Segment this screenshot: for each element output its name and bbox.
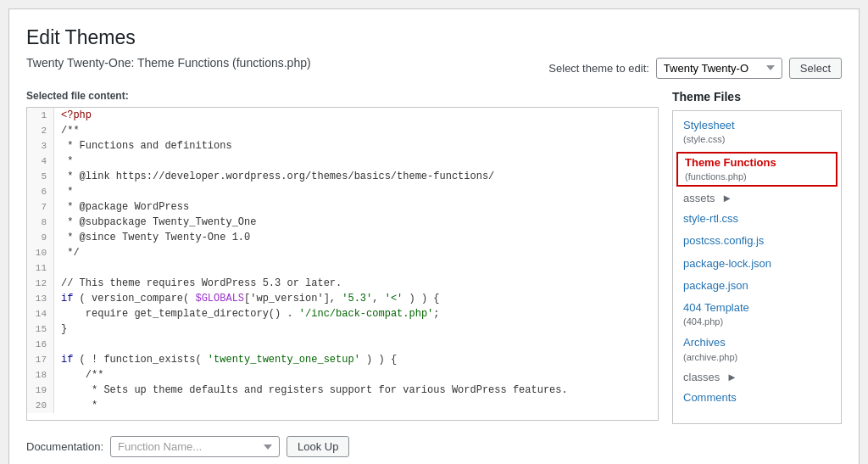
table-row: 5 * @link https://developer.wordpress.or… <box>27 169 658 184</box>
bottom-bar: Documentation: Function Name... Look Up <box>26 436 842 457</box>
sidebar-item-classes-folder[interactable]: classes ► <box>673 367 841 387</box>
sidebar-item-404-template[interactable]: 404 Template (404.php) <box>673 297 841 333</box>
code-editor[interactable]: 1 <?php 2 /** 3 * Functions and definiti… <box>26 107 659 421</box>
table-row: 9 * @since Twenty Twenty-One 1.0 <box>27 230 658 245</box>
table-row: 16 <box>27 337 658 352</box>
table-row: 11 <box>27 260 658 276</box>
sidebar-item-assets-folder[interactable]: assets ► <box>673 188 841 208</box>
page-subtitle: Twenty Twenty-One: Theme Functions (func… <box>26 56 311 70</box>
editor-section: Selected file content: 1 <?php 2 /** <box>26 90 659 421</box>
table-row: 17 if ( ! function_exists( 'twenty_twent… <box>27 352 658 367</box>
sidebar-item-package-lock[interactable]: package-lock.json <box>673 253 841 275</box>
sidebar-item-theme-functions[interactable]: Theme Functions (functions.php) <box>676 152 837 187</box>
code-lines: 1 <?php 2 /** 3 * Functions and definiti… <box>27 108 658 413</box>
sidebar-item-archives[interactable]: Archives (archive.php) <box>673 332 841 367</box>
sidebar-title: Theme Files <box>672 90 842 103</box>
selected-file-label: Selected file content: <box>26 90 659 102</box>
table-row: 7 * @package WordPress <box>27 199 658 215</box>
documentation-label: Documentation: <box>26 440 103 453</box>
theme-select-dropdown[interactable]: Twenty Twenty-O Twenty Twenty-One Twenty… <box>656 58 782 79</box>
sidebar-item-postcss[interactable]: postcss.config.js <box>673 230 841 252</box>
table-row: 1 <?php <box>27 108 658 123</box>
table-row: 19 * Sets up theme defaults and register… <box>27 383 658 398</box>
lookup-button[interactable]: Look Up <box>287 436 349 457</box>
folder-arrow-icon: ► <box>726 371 737 383</box>
sidebar-item-comments[interactable]: Comments <box>673 387 841 409</box>
table-row: 12 // This theme requires WordPress 5.3 … <box>27 276 658 291</box>
table-row: 14 require get_template_directory() . '/… <box>27 306 658 321</box>
table-row: 13 if ( version_compare( $GLOBALS['wp_ve… <box>27 291 658 306</box>
table-row: 4 * <box>27 154 658 169</box>
table-row: 2 /** <box>27 123 658 138</box>
sidebar-item-package-json[interactable]: package.json <box>673 275 841 297</box>
table-row: 8 * @subpackage Twenty_Twenty_One <box>27 215 658 230</box>
table-row: 18 /** <box>27 367 658 383</box>
sidebar-item-style-rtl[interactable]: style-rtl.css <box>673 208 841 230</box>
table-row: 20 * <box>27 398 658 413</box>
table-row: 10 */ <box>27 245 658 260</box>
sidebar-item-stylesheet[interactable]: Stylesheet (style.css) <box>673 115 841 150</box>
table-row: 3 * Functions and definitions <box>27 138 658 154</box>
theme-files-sidebar: Theme Files Stylesheet (style.css) Theme… <box>672 90 842 424</box>
page-title: Edit Themes <box>26 26 842 49</box>
folder-arrow-icon: ► <box>721 192 732 204</box>
theme-selector: Select theme to edit: Twenty Twenty-O Tw… <box>548 58 842 79</box>
table-row: 15 } <box>27 321 658 337</box>
documentation-select[interactable]: Function Name... <box>110 436 280 457</box>
table-row: 6 * <box>27 184 658 199</box>
theme-selector-label: Select theme to edit: <box>548 62 649 75</box>
sidebar-file-list[interactable]: Stylesheet (style.css) Theme Functions (… <box>672 110 842 424</box>
select-theme-button[interactable]: Select <box>789 58 842 79</box>
